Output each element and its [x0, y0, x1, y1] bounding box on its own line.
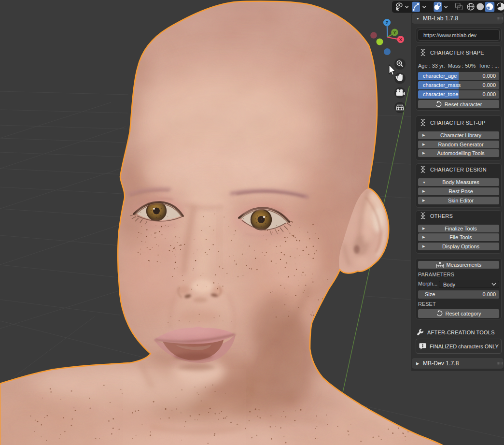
svg-text:X: X — [399, 37, 402, 42]
svg-text:Z: Z — [386, 20, 389, 25]
svg-text:Y: Y — [393, 30, 396, 35]
